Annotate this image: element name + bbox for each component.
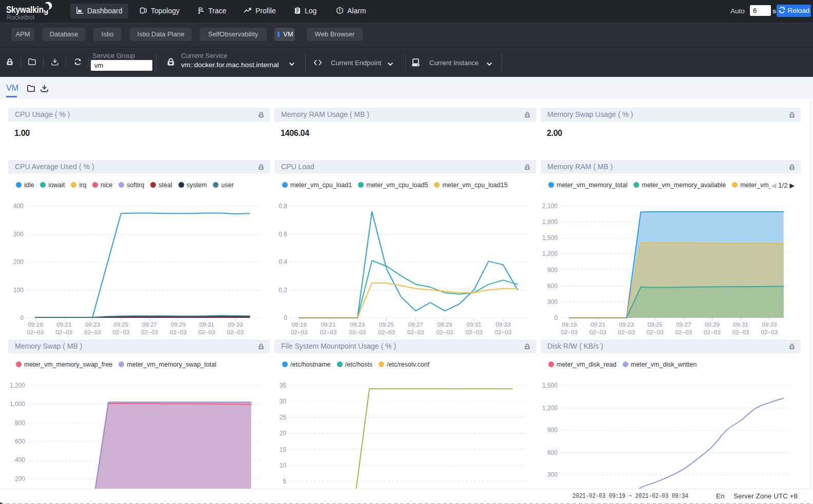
svg-text:02−03: 02−03 (84, 329, 101, 335)
svg-text:300: 300 (547, 471, 558, 478)
svg-text:09:25: 09:25 (113, 321, 129, 328)
svg-text:09:29: 09:29 (705, 321, 720, 328)
svg-text:02−03: 02−03 (561, 329, 578, 335)
svg-text:09:27: 09:27 (142, 321, 157, 328)
svg-text:02−03: 02−03 (141, 329, 158, 335)
svg-text:02−03: 02−03 (55, 329, 72, 335)
svg-text:09:31: 09:31 (199, 321, 214, 328)
svg-text:09:21: 09:21 (321, 321, 335, 328)
svg-text:0: 0 (554, 314, 558, 321)
svg-text:200: 200 (15, 475, 25, 482)
svg-text:1,500: 1,500 (542, 382, 558, 389)
svg-text:15: 15 (280, 446, 287, 453)
svg-text:09:19: 09:19 (292, 321, 307, 328)
svg-text:09:19: 09:19 (562, 321, 577, 328)
svg-text:25: 25 (280, 414, 287, 421)
svg-text:200: 200 (13, 258, 24, 266)
svg-text:02−03: 02−03 (320, 329, 337, 335)
svg-text:300: 300 (547, 298, 558, 306)
svg-text:600: 600 (547, 283, 558, 290)
svg-text:02−03: 02−03 (704, 329, 721, 335)
svg-text:0.8: 0.8 (279, 203, 287, 210)
svg-text:600: 600 (547, 449, 558, 456)
svg-text:09:21: 09:21 (590, 321, 605, 328)
svg-text:10: 10 (280, 462, 287, 469)
svg-text:800: 800 (15, 419, 25, 427)
svg-text:09:29: 09:29 (438, 321, 452, 328)
svg-text:02−03: 02−03 (113, 329, 130, 335)
svg-text:0.6: 0.6 (279, 231, 287, 238)
svg-text:09:27: 09:27 (676, 321, 691, 328)
svg-text:09:25: 09:25 (647, 321, 663, 328)
svg-text:09:23: 09:23 (85, 321, 100, 328)
svg-text:2,100: 2,100 (542, 203, 558, 210)
svg-text:02−03: 02−03 (199, 329, 215, 335)
svg-text:5: 5 (283, 478, 286, 485)
svg-text:02−03: 02−03 (227, 329, 244, 335)
svg-text:02−03: 02−03 (291, 329, 308, 335)
svg-text:02−03: 02−03 (170, 329, 187, 335)
svg-text:1,200: 1,200 (10, 382, 25, 389)
svg-text:02−03: 02−03 (761, 329, 778, 335)
svg-text:02−03: 02−03 (437, 329, 453, 335)
svg-text:02−03: 02−03 (589, 329, 606, 335)
svg-text:1,200: 1,200 (542, 405, 558, 412)
svg-text:600: 600 (15, 438, 25, 445)
svg-text:0: 0 (284, 314, 287, 321)
svg-text:09:23: 09:23 (619, 321, 634, 328)
svg-text:09:25: 09:25 (379, 321, 394, 328)
svg-text:02−03: 02−03 (732, 329, 749, 335)
svg-text:09:21: 09:21 (56, 321, 71, 328)
svg-text:09:19: 09:19 (28, 321, 43, 328)
svg-text:09:31: 09:31 (733, 321, 748, 328)
svg-text:02−03: 02−03 (27, 329, 44, 335)
svg-text:1,500: 1,500 (542, 234, 558, 241)
svg-text:20: 20 (280, 430, 287, 437)
svg-text:30: 30 (280, 398, 287, 405)
svg-text:400: 400 (13, 203, 24, 210)
svg-text:900: 900 (547, 427, 558, 434)
svg-text:02−03: 02−03 (618, 329, 635, 335)
svg-text:1,800: 1,800 (542, 218, 558, 226)
svg-text:100: 100 (13, 287, 24, 294)
svg-text:400: 400 (15, 456, 25, 463)
svg-text:1,200: 1,200 (542, 250, 558, 257)
svg-text:02−03: 02−03 (407, 329, 424, 335)
svg-text:09:31: 09:31 (466, 321, 481, 328)
svg-text:02−03: 02−03 (494, 329, 511, 335)
svg-text:02−03: 02−03 (466, 329, 483, 335)
svg-text:09:29: 09:29 (171, 321, 186, 328)
svg-text:09:23: 09:23 (350, 321, 365, 328)
svg-text:02−03: 02−03 (675, 329, 692, 335)
svg-text:09:33: 09:33 (762, 321, 777, 328)
svg-text:09:33: 09:33 (228, 321, 243, 328)
svg-text:02−03: 02−03 (378, 329, 395, 335)
svg-text:09:27: 09:27 (408, 321, 423, 328)
svg-text:09:33: 09:33 (495, 321, 510, 328)
svg-text:02−03: 02−03 (647, 329, 664, 335)
svg-text:0.4: 0.4 (279, 258, 287, 266)
svg-text:1,000: 1,000 (10, 400, 25, 408)
svg-text:02−03: 02−03 (349, 329, 366, 335)
svg-text:300: 300 (13, 231, 24, 238)
svg-text:0.2: 0.2 (279, 287, 287, 294)
svg-text:900: 900 (547, 267, 558, 274)
svg-text:35: 35 (280, 382, 287, 389)
svg-text:0: 0 (20, 314, 24, 321)
